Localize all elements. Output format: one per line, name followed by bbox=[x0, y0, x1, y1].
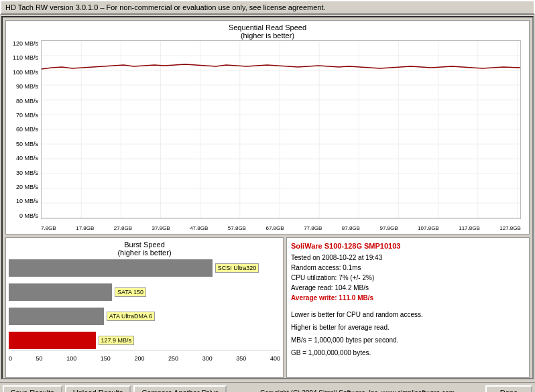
info-note-3: GB = 1,000,000,000 bytes. bbox=[291, 348, 525, 358]
save-results-button[interactable]: Save Results bbox=[3, 385, 62, 392]
chart-plot-area bbox=[41, 40, 521, 219]
burst-x-300: 300 bbox=[202, 355, 213, 362]
x-label-5: 57.8GB bbox=[228, 225, 246, 231]
sequential-chart-title: Sequential Read Speed (higher is better) bbox=[9, 23, 526, 40]
burst-x-250: 250 bbox=[168, 355, 178, 362]
sequential-chart-svg bbox=[42, 41, 520, 218]
info-line-0: Tested on 2008-10-22 at 19:43 bbox=[291, 253, 525, 263]
y-label-90: 90 MB/s bbox=[9, 83, 38, 90]
bar-label-result: 127.9 MB/s bbox=[99, 336, 135, 345]
y-label-40: 40 MB/s bbox=[9, 155, 38, 161]
burst-x-100: 100 bbox=[66, 355, 76, 362]
compare-drive-button[interactable]: Compare Another Drive bbox=[133, 385, 227, 392]
burst-x-axis: 0 50 100 150 200 250 300 350 400 bbox=[9, 350, 280, 362]
y-label-100: 100 MB/s bbox=[9, 69, 38, 76]
burst-x-400: 400 bbox=[270, 355, 280, 362]
drive-name: SoliWare S100-128G SMP10103 bbox=[291, 242, 525, 250]
info-line-2: CPU utilization: 7% (+/- 2%) bbox=[291, 273, 525, 283]
bar-fill-sata bbox=[9, 283, 112, 301]
bar-row-ata: ATA UltraDMA 6 bbox=[9, 306, 280, 326]
sequential-chart-container: Sequential Read Speed (higher is better) bbox=[5, 20, 530, 235]
x-label-1: 17.8GB bbox=[76, 225, 94, 231]
main-container: Sequential Read Speed (higher is better) bbox=[1, 16, 534, 379]
burst-x-0: 0 bbox=[9, 355, 12, 362]
bar-row-sata: SATA 150 bbox=[9, 282, 280, 302]
upload-results-button[interactable]: Upload Results bbox=[65, 385, 131, 392]
y-label-10: 10 MB/s bbox=[9, 198, 38, 204]
x-label-4: 47.8GB bbox=[190, 225, 208, 231]
x-label-6: 67.8GB bbox=[265, 225, 284, 231]
burst-x-50: 50 bbox=[36, 355, 43, 362]
burst-bar-area: SCSI Ultra320 SATA 150 ATA UltraDMA 6 bbox=[9, 258, 280, 348]
x-label-11: 117.8GB bbox=[459, 225, 480, 231]
info-line-4: Average write: 111.0 MB/s bbox=[291, 293, 525, 303]
y-label-20: 20 MB/s bbox=[9, 184, 38, 190]
info-note-2: MB/s = 1,000,000 bytes per second. bbox=[291, 335, 525, 345]
info-note-0: Lower is better for CPU and random acces… bbox=[291, 310, 525, 320]
done-button[interactable]: Done bbox=[485, 385, 532, 392]
burst-x-200: 200 bbox=[134, 355, 144, 362]
burst-chart-area: SCSI Ultra320 SATA 150 ATA UltraDMA 6 bbox=[9, 258, 280, 362]
bottom-section: Burst Speed (higher is better) SCSI Ultr… bbox=[5, 237, 530, 378]
title-bar: HD Tach RW version 3.0.1.0 – For non-com… bbox=[0, 0, 535, 15]
bar-fill-result bbox=[9, 332, 96, 349]
y-label-50: 50 MB/s bbox=[9, 141, 38, 147]
x-label-8: 87.8GB bbox=[342, 225, 360, 231]
y-label-120: 120 MB/s bbox=[9, 40, 38, 47]
y-label-0: 0 MB/s bbox=[9, 212, 38, 219]
bar-label-scsi: SCSI Ultra320 bbox=[215, 263, 259, 273]
copyright-text: Copyright (C) 2004 Simpli Software, Inc.… bbox=[229, 389, 485, 393]
x-label-3: 37.8GB bbox=[152, 225, 170, 231]
info-panel: SoliWare S100-128G SMP10103 Tested on 20… bbox=[286, 237, 530, 378]
sequential-chart-area: 120 MB/s 110 MB/s 100 MB/s 90 MB/s 80 MB… bbox=[9, 40, 526, 231]
x-label-10: 107.8GB bbox=[418, 225, 439, 231]
x-label-12: 127.8GB bbox=[499, 225, 521, 231]
burst-chart-title: Burst Speed (higher is better) bbox=[9, 241, 280, 257]
info-line-1: Random access: 0.1ms bbox=[291, 263, 525, 273]
burst-chart-container: Burst Speed (higher is better) SCSI Ultr… bbox=[5, 237, 284, 378]
bar-fill-scsi bbox=[9, 259, 213, 277]
title-text: HD Tach RW version 3.0.1.0 – For non-com… bbox=[5, 3, 326, 11]
y-label-110: 110 MB/s bbox=[9, 54, 38, 61]
burst-x-150: 150 bbox=[101, 355, 111, 362]
x-label-2: 27.8GB bbox=[114, 225, 132, 231]
bar-label-sata: SATA 150 bbox=[115, 287, 146, 297]
y-label-30: 30 MB/s bbox=[9, 170, 38, 176]
y-label-80: 80 MB/s bbox=[9, 98, 38, 105]
x-label-0: 7.8GB bbox=[41, 225, 56, 231]
x-label-7: 77.8GB bbox=[304, 225, 322, 231]
info-note-1: Higher is better for average read. bbox=[291, 322, 525, 332]
bar-row-result: 127.9 MB/s bbox=[9, 330, 280, 350]
burst-x-350: 350 bbox=[236, 355, 246, 362]
x-label-9: 97.8GB bbox=[379, 225, 398, 231]
bar-row-scsi: SCSI Ultra320 bbox=[9, 258, 280, 278]
y-label-70: 70 MB/s bbox=[9, 112, 38, 119]
y-label-60: 60 MB/s bbox=[9, 126, 38, 133]
bar-label-ata: ATA UltraDMA 6 bbox=[107, 312, 155, 321]
bar-fill-ata bbox=[9, 308, 104, 325]
info-line-3: Average read: 104.2 MB/s bbox=[291, 283, 525, 293]
info-divider bbox=[291, 303, 525, 307]
bottom-bar: Save Results Upload Results Compare Anot… bbox=[0, 382, 535, 392]
